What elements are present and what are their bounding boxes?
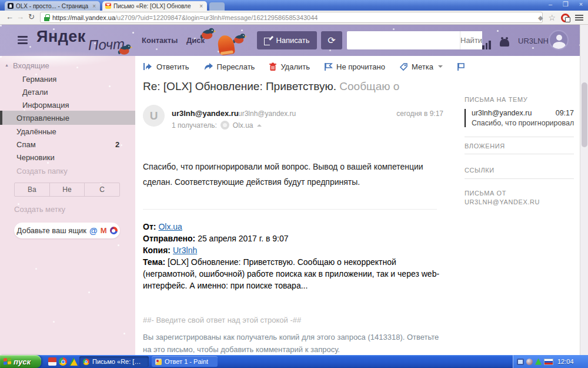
https-lock-icon	[44, 14, 49, 21]
panel-divider	[465, 154, 574, 154]
message-subject: Re: [OLX] Обновление: Приветствую. Сообщ…	[143, 80, 472, 93]
address-bar[interactable]: https://mail.yandex.ua/u2709/?uid=122098…	[40, 12, 543, 23]
folder-details[interactable]: Детали	[22, 88, 48, 97]
tab-title: OLX - просто... - Страница	[16, 3, 89, 9]
filter-attachments[interactable]: С	[85, 183, 119, 196]
taskbar-task-paint[interactable]: Ответ 1 - Paint	[152, 356, 218, 367]
create-label-link[interactable]: Создать метку	[14, 205, 65, 214]
page-scrollbar[interactable]	[580, 25, 588, 355]
nav-contacts[interactable]: Контакты	[142, 36, 178, 45]
quicklaunch-drive-icon[interactable]	[69, 357, 78, 366]
message-divider	[143, 209, 437, 210]
quote-cc-line: Копия:Ur3lnh	[143, 244, 444, 256]
subject-tail: Сообщаю о	[336, 80, 399, 92]
apps-menu-icon[interactable]	[18, 36, 28, 44]
folder-sent[interactable]: Отправленные	[16, 114, 69, 122]
chevron-up-icon[interactable]	[257, 124, 262, 127]
folder-deleted[interactable]: Удалённые	[16, 127, 56, 136]
minimize-button[interactable]: –	[546, 1, 555, 8]
bell-icon[interactable]	[500, 39, 509, 47]
screen: OLX - просто... - Страница × Письмо «Re:…	[0, 0, 588, 368]
quicklaunch-media-icon[interactable]	[48, 357, 56, 366]
recipients-label: 1 получатель:	[172, 121, 217, 130]
thread-message-item[interactable]: ur3lnh@yandex.ru 09:17 Спасибо, что прои…	[465, 109, 574, 127]
create-folder-link[interactable]: Создать папку	[16, 167, 68, 175]
reload-button[interactable]: ↻	[28, 12, 35, 21]
yandex-mail-favicon	[105, 3, 111, 9]
quoted-message-headers: От:Olx.ua Отправлено:25 апреля 2017 г. в…	[143, 221, 444, 291]
label-button[interactable]: Метка	[399, 62, 443, 71]
stats-bars-icon[interactable]	[482, 41, 491, 49]
spam-count-badge: 2	[115, 140, 119, 149]
chrome-icon	[83, 359, 89, 365]
search-button[interactable]: Найти	[460, 31, 482, 49]
browser-tab-mail[interactable]: Письмо «Re: [OLX] Обновле ×	[102, 1, 207, 11]
username[interactable]: UR3LNH	[518, 37, 549, 45]
extension-diamond-icon[interactable]: ◆	[538, 14, 543, 22]
tab-close-icon[interactable]: ×	[198, 3, 204, 9]
recipient-name[interactable]: Olx.ua	[233, 121, 253, 130]
bullfinch-bird-decor	[199, 26, 216, 40]
language-flag-icon[interactable]	[544, 359, 553, 365]
quote-subject-line: Тема:[OLX] Обновление: Приветствую. Сооб…	[143, 256, 444, 291]
yandex-logo[interactable]: Яндек	[36, 28, 86, 46]
opera-extension-icon[interactable]	[561, 14, 570, 22]
collapse-triangle-icon[interactable]: ▲	[5, 63, 9, 67]
taskbar-task-mail[interactable]: Письмо «Re: [OLX] О...	[79, 356, 149, 367]
quote-cc-link[interactable]: Ur3lnh	[173, 246, 197, 255]
compose-button[interactable]: Написать	[257, 31, 317, 49]
delete-button[interactable]: Удалить	[269, 62, 310, 71]
browser-tab-olx[interactable]: OLX - просто... - Страница ×	[5, 1, 100, 11]
mail-header: Яндек Почт Контакты Диск	[0, 25, 588, 56]
bullfinch-bird-decor	[232, 32, 247, 44]
forward-button[interactable]: Переслать	[203, 62, 255, 71]
back-button[interactable]: ←	[6, 12, 14, 21]
tray-round-icon[interactable]	[526, 359, 533, 365]
gmail-icon: M	[101, 226, 107, 235]
compose-pencil-icon	[264, 37, 272, 44]
network-monitor-icon[interactable]	[517, 359, 524, 365]
tab-close-icon[interactable]: ×	[91, 3, 97, 9]
tray-green-icon[interactable]	[535, 359, 542, 365]
search-input[interactable]	[347, 31, 460, 49]
letters-from-header[interactable]: ПИСЬМА ОТ UR3LNH@YANDEX.RU	[465, 189, 553, 207]
folder-germany[interactable]: Германия	[22, 75, 56, 84]
bookmark-star-icon[interactable]: ☆	[548, 14, 556, 22]
folder-drafts[interactable]: Черновики	[16, 153, 55, 162]
folder-information[interactable]: Информация	[22, 101, 69, 110]
browser-menu-icon[interactable]	[575, 15, 583, 21]
maximize-button[interactable]: ❒	[561, 1, 570, 8]
sender-name[interactable]: ur3lnh@yandex.ru	[172, 109, 239, 118]
filter-important[interactable]: Ва	[15, 183, 50, 196]
chevron-down-icon	[438, 65, 443, 68]
subject-label: Тема:	[143, 257, 165, 267]
quote-from-link[interactable]: Olx.ua	[158, 222, 182, 231]
forward-button[interactable]: →	[16, 12, 24, 21]
forward-icon	[203, 62, 213, 71]
reply-icon	[143, 62, 153, 71]
folder-spam[interactable]: Спам	[16, 140, 36, 149]
paint-icon	[155, 359, 162, 365]
quicklaunch-chrome-icon[interactable]	[59, 357, 67, 366]
refresh-mail-button[interactable]: ⟳	[321, 31, 342, 49]
folder-inbox[interactable]: Входящие	[13, 61, 49, 70]
user-avatar[interactable]	[549, 30, 569, 50]
mark-unread-button[interactable]: Не прочитано	[324, 62, 385, 71]
close-button[interactable]: ×	[576, 1, 586, 8]
sent-label: Отправлено:	[143, 234, 195, 243]
start-button[interactable]: пуск	[0, 355, 41, 368]
attachments-header[interactable]: ВЛОЖЕНИЯ	[465, 142, 505, 150]
clock: 12:04	[557, 358, 574, 365]
reply-button[interactable]: Ответить	[143, 62, 189, 71]
subject-main: Re: [OLX] Обновление: Приветствую.	[143, 80, 336, 92]
tag-icon	[399, 62, 408, 71]
olx-favicon	[8, 3, 14, 9]
new-tab-button[interactable]	[209, 2, 225, 11]
add-mailbox-button[interactable]: Добавьте ваш ящик @ M	[14, 223, 120, 238]
right-panel: ПИСЬМА НА ТЕМУ ur3lnh@yandex.ru 09:17 Сп…	[465, 56, 574, 355]
links-header[interactable]: ССЫЛКИ	[465, 167, 495, 174]
filter-unread[interactable]: Не	[50, 183, 85, 196]
trash-icon	[269, 62, 277, 71]
scrollbar-thumb[interactable]	[582, 82, 587, 147]
sender-avatar[interactable]: U	[143, 105, 165, 127]
